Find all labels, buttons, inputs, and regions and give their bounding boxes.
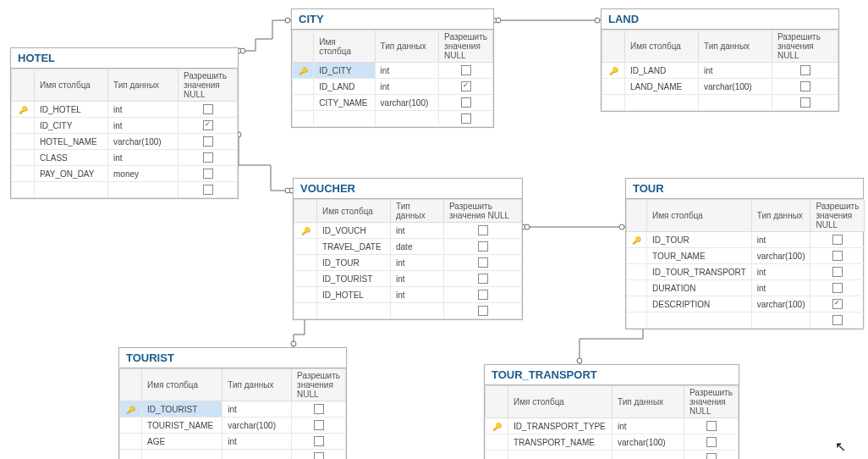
allow-null-cell[interactable] (179, 134, 238, 150)
table-row[interactable]: ID_CITYint (12, 118, 238, 134)
checkbox-icon[interactable] (800, 97, 810, 108)
column-type[interactable]: int (108, 118, 179, 134)
column-name[interactable] (35, 182, 108, 198)
checkbox-icon[interactable] (706, 437, 717, 447)
column-name[interactable]: ID_TOURIST (142, 401, 222, 418)
table-row[interactable]: TRANSPORT_NAMEvarchar(100) (486, 434, 739, 451)
allow-null-cell[interactable] (444, 303, 522, 319)
table-row[interactable] (293, 111, 493, 127)
column-type[interactable] (391, 303, 444, 319)
checkbox-icon[interactable] (478, 306, 488, 316)
checkbox-icon[interactable] (832, 235, 843, 245)
column-type[interactable]: varchar(100) (751, 248, 810, 264)
table-row[interactable]: TOURIST_NAMEvarchar(100) (120, 418, 346, 434)
column-name[interactable]: DURATION (647, 280, 752, 296)
table-city[interactable]: CITYИмя столбцаТип данныхРазрешить значе… (291, 8, 494, 128)
allow-null-cell[interactable] (439, 63, 493, 79)
table-row[interactable]: 🔑ID_VOUCHint (294, 223, 522, 239)
checkbox-icon[interactable] (314, 420, 324, 430)
column-type[interactable]: varchar(100) (699, 79, 772, 95)
allow-null-cell[interactable] (684, 434, 739, 451)
allow-null-cell[interactable] (292, 434, 346, 450)
column-type[interactable]: varchar(100) (222, 418, 292, 434)
table-tour[interactable]: TOURИмя столбцаТип данныхРазрешить значе… (625, 178, 864, 329)
checkbox-icon[interactable] (461, 113, 471, 124)
diagram-canvas[interactable]: HOTELИмя столбцаТип данныхРазрешить знач… (0, 0, 868, 459)
allow-null-cell[interactable] (772, 79, 838, 95)
table-row[interactable]: PAY_ON_DAYmoney (12, 166, 238, 182)
column-type[interactable]: int (108, 150, 179, 166)
table-row[interactable]: LAND_NAMEvarchar(100) (602, 79, 838, 95)
checkbox-icon[interactable] (203, 169, 213, 179)
allow-null-cell[interactable] (179, 182, 238, 198)
allow-null-cell[interactable] (444, 223, 522, 239)
table-row[interactable] (12, 182, 238, 198)
table-row[interactable]: DESCRIPTIONvarchar(100) (627, 296, 865, 312)
column-type[interactable]: money (108, 166, 179, 182)
table-row[interactable]: CITY_NAMEvarchar(100) (293, 95, 493, 111)
allow-null-cell[interactable] (179, 102, 238, 118)
table-row[interactable]: ID_TOURint (294, 255, 522, 271)
table-row[interactable]: 🔑ID_TOURISTint (120, 401, 346, 418)
column-type[interactable]: int (375, 79, 439, 95)
column-name[interactable]: DESCRIPTION (647, 296, 752, 312)
allow-null-cell[interactable] (179, 166, 238, 182)
column-type[interactable]: varchar(100) (613, 434, 684, 451)
column-type[interactable]: int (613, 418, 684, 434)
allow-null-cell[interactable] (684, 451, 739, 460)
checkbox-icon[interactable] (832, 299, 843, 309)
checkbox-icon[interactable] (706, 421, 717, 431)
column-type[interactable]: int (222, 434, 292, 450)
column-name[interactable] (317, 303, 391, 319)
checkbox-icon[interactable] (706, 453, 717, 459)
allow-null-cell[interactable] (292, 418, 346, 434)
column-type[interactable]: varchar(100) (375, 95, 439, 111)
column-name[interactable]: ID_CITY (35, 118, 108, 134)
table-row[interactable]: 🔑ID_TRANSPORT_TYPEint (486, 418, 739, 434)
column-type[interactable]: int (751, 264, 810, 280)
table-row[interactable] (486, 451, 739, 460)
column-type[interactable] (222, 450, 292, 460)
allow-null-cell[interactable] (179, 150, 238, 166)
allow-null-cell[interactable] (444, 239, 522, 255)
table-row[interactable]: TRAVEL_DATEdate (294, 239, 522, 255)
checkbox-icon[interactable] (203, 152, 213, 163)
column-type[interactable]: int (391, 223, 444, 239)
allow-null-cell[interactable] (810, 312, 865, 329)
table-row[interactable]: DURATIONint (627, 280, 865, 296)
column-name[interactable] (314, 111, 375, 127)
column-type[interactable]: int (375, 63, 439, 79)
checkbox-icon[interactable] (461, 81, 471, 91)
checkbox-icon[interactable] (800, 65, 810, 75)
checkbox-icon[interactable] (203, 136, 213, 147)
column-type[interactable]: int (391, 255, 444, 271)
table-row[interactable]: HOTEL_NAMEvarchar(100) (12, 134, 238, 150)
column-name[interactable]: TRAVEL_DATE (317, 239, 391, 255)
table-row[interactable]: TOUR_NAMEvarchar(100) (627, 248, 865, 264)
column-type[interactable]: varchar(100) (751, 296, 810, 312)
allow-null-cell[interactable] (684, 418, 739, 434)
allow-null-cell[interactable] (772, 95, 838, 111)
checkbox-icon[interactable] (478, 290, 488, 300)
allow-null-cell[interactable] (292, 450, 346, 460)
column-type[interactable]: int (699, 63, 772, 79)
table-row[interactable]: 🔑ID_CITYint (293, 63, 493, 79)
allow-null-cell[interactable] (772, 63, 838, 79)
column-name[interactable]: ID_HOTEL (35, 102, 108, 118)
checkbox-icon[interactable] (832, 315, 843, 325)
table-row[interactable]: AGEint (120, 434, 346, 450)
allow-null-cell[interactable] (810, 248, 865, 264)
column-name[interactable]: TOURIST_NAME (142, 418, 222, 434)
allow-null-cell[interactable] (444, 255, 522, 271)
allow-null-cell[interactable] (810, 264, 865, 280)
column-name[interactable]: CITY_NAME (314, 95, 375, 111)
column-name[interactable]: ID_TRANSPORT_TYPE (508, 418, 613, 434)
allow-null-cell[interactable] (810, 280, 865, 296)
table-tt[interactable]: TOUR_TRANSPORTИмя столбцаТип данныхРазре… (484, 364, 739, 459)
column-type[interactable]: int (391, 271, 444, 287)
column-name[interactable]: ID_HOTEL (317, 287, 391, 303)
table-tourist[interactable]: TOURISTИмя столбцаТип данныхРазрешить зн… (118, 347, 347, 459)
checkbox-icon[interactable] (832, 267, 843, 277)
allow-null-cell[interactable] (179, 118, 238, 134)
allow-null-cell[interactable] (439, 95, 493, 111)
